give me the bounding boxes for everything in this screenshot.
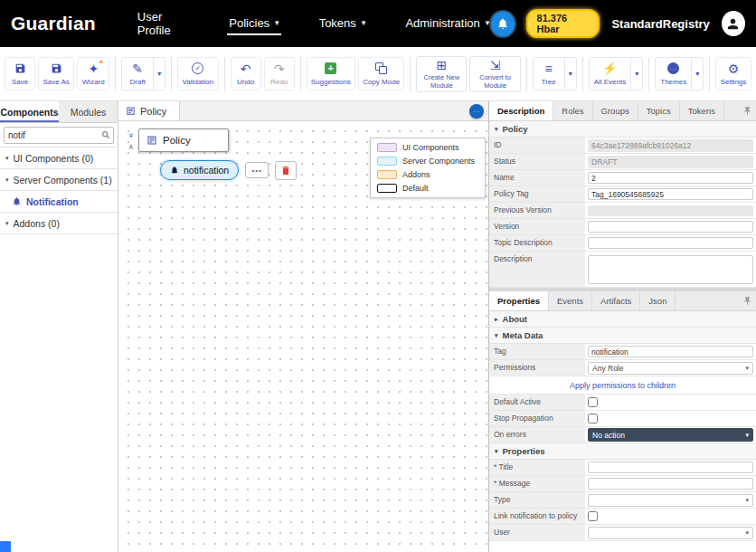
stop-propagation-checkbox[interactable] bbox=[588, 414, 598, 424]
tab-roles[interactable]: Roles bbox=[553, 101, 592, 120]
properties-tab-bar: Properties Events Artifacts Json bbox=[489, 291, 756, 311]
type-select[interactable]: ▾ bbox=[588, 494, 753, 507]
redo-button[interactable]: ↷ Redo bbox=[264, 57, 295, 90]
component-search bbox=[0, 123, 118, 148]
copy-mode-button[interactable]: Copy Mode bbox=[358, 57, 404, 90]
name-input[interactable] bbox=[588, 172, 753, 184]
tag-input[interactable] bbox=[588, 346, 753, 357]
node-more-button[interactable]: ••• bbox=[245, 162, 269, 178]
id-value: 64c3ae172889afcb91026a12 bbox=[588, 139, 753, 152]
nav-administration[interactable]: Administration ▾ bbox=[403, 12, 491, 35]
topic-description-input[interactable] bbox=[588, 237, 753, 249]
tab-artifacts[interactable]: Artifacts bbox=[592, 291, 640, 310]
tab-events[interactable]: Events bbox=[549, 291, 592, 310]
settings-button[interactable]: ⚙ Settings bbox=[715, 57, 751, 90]
create-new-module-button[interactable]: ⊞ Create New Module bbox=[416, 56, 467, 92]
permissions-select[interactable]: Any Role ▾ bbox=[588, 362, 753, 375]
legend-ui-components[interactable]: UI Components bbox=[377, 143, 478, 152]
avatar[interactable] bbox=[722, 11, 745, 36]
draft-button[interactable]: ✎ Draft bbox=[122, 58, 153, 90]
tab-groups[interactable]: Groups bbox=[593, 101, 638, 120]
tab-json[interactable]: Json bbox=[640, 291, 676, 310]
legend-addons[interactable]: Addons bbox=[377, 170, 478, 179]
user-select[interactable]: ▾ bbox=[588, 527, 753, 539]
draft-caret[interactable]: ▾ bbox=[153, 58, 165, 90]
undo-button[interactable]: ↶ Undo bbox=[231, 57, 261, 90]
title-input[interactable] bbox=[588, 462, 753, 473]
link-notification-checkbox[interactable] bbox=[588, 511, 598, 521]
permissions-value: Any Role bbox=[592, 364, 624, 373]
tab-description[interactable]: Description bbox=[489, 101, 553, 120]
redo-icon: ↷ bbox=[274, 62, 285, 75]
legend-default[interactable]: Default bbox=[377, 184, 478, 193]
on-errors-select[interactable]: No action ▾ bbox=[588, 428, 753, 442]
suggestions-icon: + bbox=[325, 62, 336, 75]
notification-node[interactable]: notification bbox=[160, 160, 239, 180]
toolbar-separator bbox=[300, 57, 301, 91]
suggestions-label: Suggestions bbox=[311, 78, 351, 86]
theme-palette-button[interactable]: ··· bbox=[469, 104, 484, 119]
apply-permissions-button[interactable]: Apply permissions to children bbox=[489, 376, 756, 395]
section-about[interactable]: ▸ About bbox=[489, 311, 756, 328]
version-input[interactable] bbox=[588, 221, 753, 233]
sidebar-section-addons[interactable]: ▾ Addons (0) bbox=[0, 213, 118, 234]
legend-server-components[interactable]: Server Components bbox=[377, 157, 478, 166]
type-label: Type bbox=[489, 492, 585, 508]
tab-properties[interactable]: Properties bbox=[489, 291, 549, 310]
convert-to-module-button[interactable]: ⇲ Convert to Module bbox=[469, 56, 520, 92]
validation-label: Validation bbox=[183, 78, 214, 86]
section-policy-title: Policy bbox=[503, 124, 528, 134]
undo-icon: ↶ bbox=[241, 62, 251, 75]
username-label[interactable]: StandardRegistry bbox=[611, 17, 709, 31]
expand-all-button[interactable]: ∧ bbox=[124, 141, 138, 153]
sidebar-item-notification[interactable]: Notification bbox=[0, 191, 118, 213]
legend-label: Default bbox=[402, 184, 429, 193]
message-input[interactable] bbox=[588, 478, 753, 490]
policy-root-label: Policy bbox=[163, 135, 191, 146]
default-active-checkbox[interactable] bbox=[588, 397, 598, 407]
nav-user-profile[interactable]: User Profile bbox=[136, 5, 192, 43]
sidebar-section-ui-components[interactable]: ▾ UI Components (0) bbox=[0, 148, 118, 169]
validation-button[interactable]: ✓ Validation bbox=[177, 57, 218, 90]
tab-modules[interactable]: Modules bbox=[59, 101, 118, 122]
all-events-caret[interactable]: ▾ bbox=[630, 58, 642, 90]
nav-tokens-label: Tokens bbox=[319, 16, 356, 30]
tab-tokens[interactable]: Tokens bbox=[680, 101, 724, 120]
themes-caret[interactable]: ▾ bbox=[691, 58, 703, 90]
save-button[interactable]: Save bbox=[5, 57, 35, 90]
themes-button[interactable]: ··· Themes bbox=[656, 58, 691, 90]
tree-button[interactable]: ≡ Tree bbox=[534, 58, 564, 90]
tree-caret[interactable]: ▾ bbox=[564, 58, 576, 90]
on-errors-label: On errors bbox=[489, 427, 585, 443]
save-as-button[interactable]: Save As bbox=[38, 57, 74, 90]
topbar-right: 81.376 Hbar StandardRegistry bbox=[491, 9, 745, 38]
suggestions-button[interactable]: + Suggestions bbox=[307, 57, 355, 90]
field-row-topic-description: Topic Description bbox=[489, 235, 756, 252]
nav-policies[interactable]: Policies ▾ bbox=[227, 12, 280, 35]
section-properties[interactable]: ▾ Properties bbox=[489, 443, 756, 460]
tab-components[interactable]: Components bbox=[0, 101, 59, 122]
tab-policy[interactable]: Policy bbox=[118, 101, 180, 120]
notification-node-label: notification bbox=[184, 165, 229, 176]
section-policy[interactable]: ▾ Policy bbox=[489, 121, 756, 138]
sidebar-section-server-components[interactable]: ▾ Server Components (1) bbox=[0, 169, 118, 191]
description-textarea[interactable] bbox=[588, 255, 753, 284]
components-sidebar: Components Modules ▾ UI Components (0) ▾… bbox=[0, 101, 118, 552]
wizard-button[interactable]: ✦+ Wizard bbox=[77, 57, 109, 90]
pin-icon[interactable] bbox=[742, 296, 752, 306]
section-meta-data[interactable]: ▾ Meta Data bbox=[489, 328, 756, 344]
policy-tag-input[interactable] bbox=[588, 188, 753, 200]
search-input[interactable] bbox=[4, 127, 114, 144]
tab-topics[interactable]: Topics bbox=[638, 101, 680, 120]
wizard-plus-icon: + bbox=[99, 59, 103, 66]
toolbar-separator bbox=[224, 57, 225, 91]
collapse-all-button[interactable]: ∨ bbox=[124, 129, 138, 141]
nav-tokens[interactable]: Tokens ▾ bbox=[317, 12, 368, 35]
node-delete-button[interactable] bbox=[275, 161, 297, 180]
all-events-button[interactable]: ⚡ All Events bbox=[590, 58, 631, 90]
notifications-button[interactable] bbox=[491, 12, 514, 36]
policy-root-node[interactable]: Policy bbox=[138, 128, 229, 152]
policy-canvas[interactable]: ∨ ∧ Policy notification bbox=[118, 121, 488, 552]
pin-icon[interactable] bbox=[742, 106, 752, 116]
app-logo[interactable]: Guardian bbox=[11, 13, 96, 34]
